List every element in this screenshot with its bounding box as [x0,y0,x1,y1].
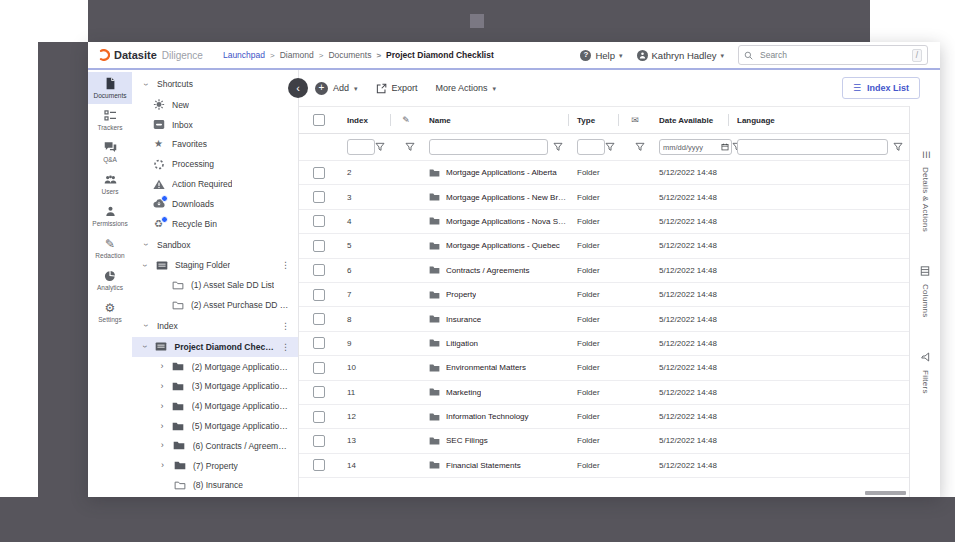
back-button[interactable]: ‹ [288,78,308,98]
kebab-menu-icon[interactable]: ⋮ [281,342,290,352]
type-filter-input[interactable] [577,139,605,155]
tree-item-asset-sale-dd-list[interactable]: (1) Asset Sale DD List [132,275,298,295]
add-button[interactable]: + Add ▾ [315,82,358,95]
column-header-edit[interactable]: ✎ [391,107,421,133]
table-row[interactable]: 3 Mortgage Applications - New Brunswi...… [299,185,909,209]
row-checkbox[interactable] [313,313,325,325]
columns-tab[interactable]: Columns [920,266,930,318]
row-checkbox[interactable] [313,215,325,227]
table-row[interactable]: 13 SEC Filings Folder 5/12/2022 14:48 [299,429,909,453]
search-input[interactable] [758,49,907,61]
user-menu[interactable]: Kathryn Hadley ▾ [637,50,724,61]
tree-item-property[interactable]: › (7) Property [132,456,298,476]
tree-item-mortgage-nova-scotia[interactable]: › (4) Mortgage Applications - N... [132,396,298,416]
tree-item-contracts-agreements[interactable]: › (6) Contracts / Agreements [132,436,298,456]
index-section-header[interactable]: › Index ⋮ [132,315,298,337]
sidebar-item-inbox[interactable]: Inbox [132,115,298,135]
kebab-menu-icon[interactable]: ⋮ [281,260,290,270]
shortcuts-section-header[interactable]: › Shortcuts [132,73,298,95]
table-row[interactable]: 12 Information Technology Folder 5/12/20… [299,405,909,429]
table-row[interactable]: 4 Mortgage Applications - Nova Scotia Fo… [299,210,909,234]
table-row[interactable]: 10 Environmental Matters Folder 5/12/202… [299,356,909,380]
kebab-menu-icon[interactable]: ⋮ [281,321,290,331]
rail-item-trackers[interactable]: Trackers [88,104,132,136]
table-row[interactable]: 14 Financial Statements Folder 5/12/2022… [299,454,909,478]
row-name[interactable]: Mortgage Applications - New Brunswi... [446,193,569,202]
date-filter-input[interactable] [659,139,732,155]
filter-funnel-icon[interactable] [553,142,563,152]
tree-item-mortgage-alberta[interactable]: › (2) Mortgage Applications - Al... [132,357,298,377]
tree-item-staging-folder[interactable]: › Staging Folder ⋮ [132,256,298,276]
breadcrumb-documents[interactable]: Documents [314,50,372,60]
row-name[interactable]: Contracts / Agreements [446,266,530,275]
row-name[interactable]: Property [446,290,476,299]
row-name[interactable]: Marketing [446,388,481,397]
sidebar-item-processing[interactable]: Processing [132,154,298,174]
filter-funnel-icon[interactable] [893,142,903,152]
row-name[interactable]: Mortgage Applications - Alberta [446,168,557,177]
column-header-mail[interactable]: ✉ [619,107,651,133]
row-name[interactable]: Environmental Matters [446,363,526,372]
tree-item-insurance[interactable]: › (8) Insurance [132,476,298,496]
row-name[interactable]: Information Technology [446,412,529,421]
column-header-type[interactable]: Type [569,107,619,133]
sidebar-item-action-required[interactable]: Action Required [132,174,298,194]
more-actions-button[interactable]: More Actions ▾ [436,83,497,93]
breadcrumb-project[interactable]: Diamond [265,50,314,60]
column-header-date-available[interactable]: Date Available [651,107,729,133]
sandbox-section-header[interactable]: › Sandbox [132,234,298,256]
row-checkbox[interactable] [313,386,325,398]
row-checkbox[interactable] [313,411,325,423]
column-header-index[interactable]: Index [339,107,391,133]
tree-item-mortgage-new-brunswick[interactable]: › (3) Mortgage Applications - N... [132,377,298,397]
row-checkbox[interactable] [313,191,325,203]
column-header-name[interactable]: Name [421,107,569,133]
row-checkbox[interactable] [313,167,325,179]
index-filter-input[interactable] [347,139,375,155]
row-checkbox[interactable] [313,264,325,276]
table-row[interactable]: 2 Mortgage Applications - Alberta Folder… [299,161,909,185]
sidebar-item-new[interactable]: New [132,95,298,115]
filters-tab[interactable]: Filters [920,352,930,394]
filter-funnel-icon[interactable] [405,142,415,152]
row-checkbox[interactable] [313,337,325,349]
table-row[interactable]: 6 Contracts / Agreements Folder 5/12/202… [299,259,909,283]
sidebar-item-recycle-bin[interactable]: ♻ Recycle Bin [132,214,298,234]
rail-item-qa[interactable]: Q&A [88,136,132,168]
rail-item-users[interactable]: Users [88,168,132,200]
tree-item-asset-purchase-dd-list[interactable]: (2) Asset Purchase DD List [132,295,298,315]
table-row[interactable]: 7 Property Folder 5/12/2022 14:48 [299,283,909,307]
name-filter-input[interactable] [429,139,548,155]
rail-item-analytics[interactable]: Analytics [88,264,132,296]
brand-logo[interactable]: Datasite Diligence [98,49,203,61]
rail-item-settings[interactable]: ⚙ Settings [88,296,132,328]
help-menu[interactable]: ? Help ▾ [580,50,622,61]
rail-item-documents[interactable]: Documents [88,72,132,104]
row-name[interactable]: Mortgage Applications - Nova Scotia [446,217,569,226]
horizontal-scrollbar[interactable] [865,491,906,495]
rail-item-permissions[interactable]: Permissions [88,200,132,232]
table-row[interactable]: 5 Mortgage Applications - Quebec Folder … [299,234,909,258]
sidebar-item-favorites[interactable]: ★ Favorites [132,135,298,155]
tree-item-mortgage-quebec[interactable]: › (5) Mortgage Applications - Q... [132,416,298,436]
select-all-checkbox[interactable] [313,114,325,126]
rail-item-redaction[interactable]: ✎ Redaction [88,232,132,264]
table-row[interactable]: 8 Insurance Folder 5/12/2022 14:48 [299,307,909,331]
filter-funnel-icon[interactable] [605,142,615,152]
row-checkbox[interactable] [313,240,325,252]
row-checkbox[interactable] [313,435,325,447]
sidebar-item-downloads[interactable]: Downloads [132,194,298,214]
table-row[interactable]: 9 Litigation Folder 5/12/2022 14:48 [299,332,909,356]
row-checkbox[interactable] [313,362,325,374]
row-name[interactable]: Insurance [446,315,481,324]
export-button[interactable]: Export [376,83,418,94]
row-checkbox[interactable] [313,459,325,471]
table-row[interactable]: 11 Marketing Folder 5/12/2022 14:48 [299,381,909,405]
global-search[interactable]: / [738,45,928,65]
row-name[interactable]: Litigation [446,339,478,348]
filter-funnel-icon[interactable] [375,142,385,152]
column-header-language[interactable]: Language [729,107,909,133]
row-name[interactable]: Financial Statements [446,461,521,470]
tree-item-project-diamond-checklist[interactable]: › Project Diamond Checklist ⋮ [132,337,298,357]
details-actions-tab[interactable]: ☰ Details & Actions [921,150,930,232]
